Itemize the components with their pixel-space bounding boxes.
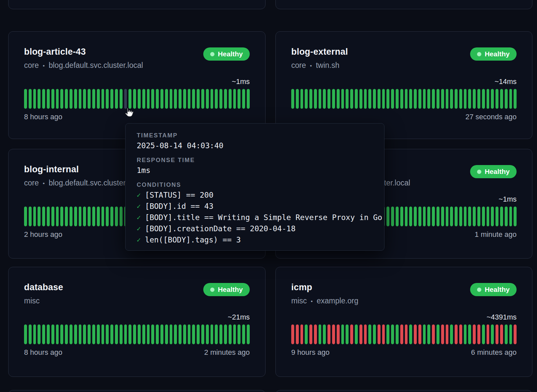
status-bar-success[interactable] <box>477 89 480 109</box>
endpoint-card-blog-external[interactable]: blog-external core • twin.sh Healthy ~14… <box>275 31 532 139</box>
status-bar-success[interactable] <box>70 324 72 344</box>
status-bar-success[interactable] <box>491 207 494 226</box>
status-bar-success[interactable] <box>418 207 421 226</box>
status-bar-success[interactable] <box>368 89 371 109</box>
status-bar-success[interactable] <box>514 207 517 226</box>
status-bar-success[interactable] <box>83 89 86 109</box>
status-bar-success[interactable] <box>473 207 476 226</box>
status-bar-success[interactable] <box>88 89 91 109</box>
status-bar-success[interactable] <box>79 207 82 226</box>
status-bar-success[interactable] <box>487 207 490 226</box>
endpoint-card-blog-article-43[interactable]: blog-article-43 core • blog.default.svc.… <box>8 31 266 139</box>
status-bar-success[interactable] <box>192 89 195 109</box>
status-bar-success[interactable] <box>92 89 95 109</box>
status-bar-success[interactable] <box>74 207 77 226</box>
status-bar-success[interactable] <box>192 324 195 344</box>
status-bar-success[interactable] <box>500 89 503 109</box>
status-bar-success[interactable] <box>115 89 118 109</box>
status-bar-failure[interactable] <box>500 324 503 344</box>
status-bar-success[interactable] <box>224 89 227 109</box>
status-bar-success[interactable] <box>400 207 403 226</box>
status-bar-success[interactable] <box>56 89 59 109</box>
status-bar-success[interactable] <box>128 324 131 344</box>
status-bar-success[interactable] <box>120 89 123 109</box>
status-bar-success[interactable] <box>414 89 417 109</box>
status-bar-success[interactable] <box>350 89 353 109</box>
status-bar-success[interactable] <box>455 89 458 109</box>
status-bar-success[interactable] <box>305 324 308 344</box>
status-bar-success[interactable] <box>174 324 177 344</box>
status-bar-success[interactable] <box>120 324 123 344</box>
status-bar-success[interactable] <box>509 207 512 226</box>
status-bar-success[interactable] <box>386 324 389 344</box>
status-bar-success[interactable] <box>441 89 444 109</box>
status-bar-success[interactable] <box>79 324 82 344</box>
status-bar-failure[interactable] <box>378 324 381 344</box>
status-bar-success[interactable] <box>183 89 186 109</box>
status-bar-success[interactable] <box>495 207 498 226</box>
status-bar-success[interactable] <box>24 324 27 344</box>
status-bar-success[interactable] <box>106 207 109 226</box>
status-bar-success[interactable] <box>359 89 362 109</box>
status-bar-success[interactable] <box>514 89 517 109</box>
status-bar-success[interactable] <box>201 324 204 344</box>
status-bar-success[interactable] <box>437 207 439 226</box>
status-bar-success[interactable] <box>142 324 145 344</box>
status-bar-success[interactable] <box>106 89 109 109</box>
status-bar-failure[interactable] <box>441 324 444 344</box>
status-bar-success[interactable] <box>224 324 227 344</box>
status-bar-success[interactable] <box>211 89 213 109</box>
status-bar-success[interactable] <box>300 89 303 109</box>
status-bar-success[interactable] <box>386 89 389 109</box>
status-bar-success[interactable] <box>477 207 480 226</box>
status-bar-success[interactable] <box>229 89 232 109</box>
status-bar-success[interactable] <box>495 89 498 109</box>
status-bar-success[interactable] <box>83 207 86 226</box>
status-bar-success[interactable] <box>382 89 385 109</box>
status-bar-success[interactable] <box>373 89 376 109</box>
status-bar-failure[interactable] <box>514 324 517 344</box>
partial-card-bottom-right[interactable] <box>275 390 532 392</box>
status-bar-success[interactable] <box>56 324 59 344</box>
status-bar-success[interactable] <box>459 89 462 109</box>
status-bar-success[interactable] <box>238 89 240 109</box>
status-bar-failure[interactable] <box>495 324 498 344</box>
status-bar-failure[interactable] <box>459 324 462 344</box>
status-bar-success[interactable] <box>188 324 191 344</box>
status-bar-success[interactable] <box>88 207 91 226</box>
status-bar-success[interactable] <box>238 324 240 344</box>
status-bar-success[interactable] <box>138 324 141 344</box>
status-bar-success[interactable] <box>29 89 32 109</box>
status-bar-success[interactable] <box>56 207 59 226</box>
status-bar-success[interactable] <box>120 207 123 226</box>
status-bar-failure[interactable] <box>455 324 458 344</box>
status-bar-success[interactable] <box>464 324 467 344</box>
status-bar-success[interactable] <box>291 89 294 109</box>
status-bar-success[interactable] <box>337 89 340 109</box>
status-bar-failure[interactable] <box>300 324 303 344</box>
status-bar-success[interactable] <box>106 324 109 344</box>
status-bar-success[interactable] <box>432 89 435 109</box>
status-bar-success[interactable] <box>115 207 118 226</box>
status-bar-success[interactable] <box>423 89 426 109</box>
status-bar-success[interactable] <box>233 324 236 344</box>
status-bar-success[interactable] <box>33 207 36 226</box>
status-bar-success[interactable] <box>92 324 95 344</box>
status-bar-success[interactable] <box>170 324 173 344</box>
status-bar-success[interactable] <box>60 324 63 344</box>
status-bar-success[interactable] <box>206 89 209 109</box>
status-bar-success[interactable] <box>92 207 95 226</box>
status-bar-success[interactable] <box>509 89 512 109</box>
status-bar-success[interactable] <box>487 89 490 109</box>
status-bar-success[interactable] <box>341 324 344 344</box>
status-bar-success[interactable] <box>165 89 168 109</box>
status-bar-failure[interactable] <box>332 324 335 344</box>
partial-card-top-left[interactable] <box>8 0 266 9</box>
status-bar-failure[interactable] <box>432 324 435 344</box>
status-bar-success[interactable] <box>183 324 186 344</box>
status-bar-success[interactable] <box>97 324 100 344</box>
status-bar-success[interactable] <box>247 324 250 344</box>
status-bar-success[interactable] <box>305 89 308 109</box>
status-bar-success[interactable] <box>378 89 381 109</box>
status-bar-success[interactable] <box>124 324 127 344</box>
